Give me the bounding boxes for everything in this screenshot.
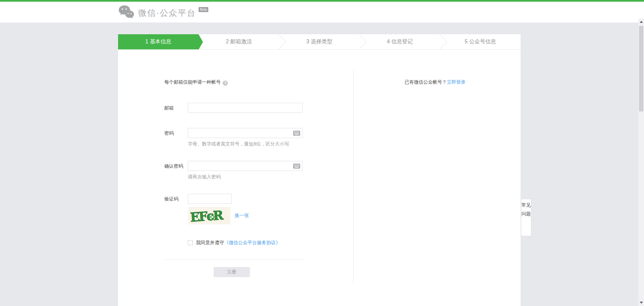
agreement-checkbox[interactable] — [188, 240, 193, 245]
service-agreement-link[interactable]: 《微信公众平台服务协议》 — [224, 240, 280, 245]
scroll-up-arrow-icon[interactable] — [640, 21, 643, 23]
step-label: 5 公众号信息 — [465, 38, 496, 45]
question-mark-icon[interactable]: ? — [223, 81, 228, 86]
captcha-input[interactable] — [188, 194, 232, 204]
vertical-scrollbar[interactable] — [638, 18, 644, 306]
confirm-password-input[interactable] — [188, 161, 303, 171]
form-divider — [164, 259, 304, 260]
step-1-basic-info: 1 基本信息 — [118, 34, 199, 49]
captcha-input-wrap — [188, 194, 232, 204]
password-label: 密码 — [164, 128, 185, 138]
keyboard-icon[interactable] — [293, 164, 300, 169]
confirm-password-input-wrap — [188, 161, 303, 171]
captcha-refresh-link[interactable]: 换一张 — [235, 213, 249, 219]
app-title: 微信·公众平台 — [138, 7, 196, 18]
svg-text:EFcR: EFcR — [190, 208, 224, 224]
email-rule-note: 每个邮箱仅能申请一种帐号? — [164, 79, 228, 86]
register-card: 1 基本信息 2 邮箱激活 3 选择类型 4 信息登记 5 公众号信息 每个邮箱… — [118, 34, 521, 306]
faq-side-tab[interactable]: 常见问题 — [521, 199, 531, 236]
beta-badge: Beta — [199, 7, 208, 12]
email-label: 邮箱 — [164, 103, 185, 113]
confirm-password-hint: 请再次输入密码 — [188, 174, 221, 180]
step-5-account-info: 5 公众号信息 — [440, 34, 521, 49]
email-input-wrap — [188, 103, 303, 113]
register-button[interactable]: 注册 — [214, 267, 250, 277]
step-3-select-type: 3 选择类型 — [279, 34, 360, 49]
login-now-link[interactable]: 立即登录 — [447, 79, 466, 85]
column-divider — [353, 70, 354, 284]
scroll-down-arrow-icon[interactable] — [640, 302, 643, 304]
email-input[interactable] — [188, 103, 303, 113]
agreement-row: 我同意并遵守《微信公众平台服务协议》 — [188, 240, 280, 246]
page-header: 微信·公众平台 Beta — [0, 2, 644, 23]
step-label: 3 选择类型 — [306, 38, 332, 45]
step-label: 4 信息登记 — [387, 38, 413, 45]
password-input[interactable] — [188, 128, 303, 138]
step-2-email-activation: 2 邮箱激活 — [199, 34, 279, 49]
step-label: 2 邮箱激活 — [226, 38, 252, 45]
captcha-image: EFcR — [188, 207, 230, 224]
email-rule-text: 每个邮箱仅能申请一种帐号 — [164, 79, 221, 85]
captcha-label: 验证码 — [164, 194, 185, 204]
login-prompt: 已有微信公众帐号？立即登录 — [405, 79, 466, 85]
logo: 微信·公众平台 Beta — [118, 5, 208, 20]
keyboard-icon[interactable] — [293, 131, 300, 136]
step-4-info-registration: 4 信息登记 — [360, 34, 440, 49]
password-hint: 字母、数字或者英文符号，最短8位，区分大小写 — [188, 141, 289, 147]
step-progress-bar: 1 基本信息 2 邮箱激活 3 选择类型 4 信息登记 5 公众号信息 — [118, 34, 521, 50]
wechat-bubbles-icon — [118, 5, 134, 20]
agreement-text: 我同意并遵守 — [196, 240, 224, 245]
scrollbar-thumb[interactable] — [639, 26, 643, 112]
confirm-password-label: 确认密码 — [164, 161, 185, 171]
password-input-wrap — [188, 128, 303, 138]
step-label: 1 基本信息 — [145, 38, 171, 45]
login-prompt-text: 已有微信公众帐号？ — [405, 79, 447, 85]
